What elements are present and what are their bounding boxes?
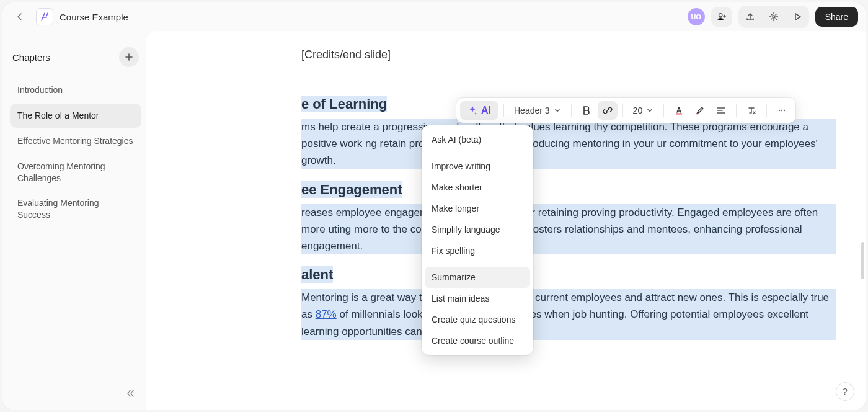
chevron-left-icon	[15, 12, 25, 22]
font-size-select[interactable]: 20	[628, 101, 659, 120]
section-heading[interactable]: ee Engagement	[301, 181, 402, 198]
bold-icon	[582, 105, 591, 115]
chapter-item[interactable]: The Role of a Mentor	[10, 104, 141, 128]
text-color-button[interactable]	[669, 101, 689, 120]
sidebar-header: Chapters	[10, 38, 141, 78]
toolbar-separator	[503, 104, 504, 117]
ai-menu-item[interactable]: Improve writing	[422, 156, 533, 177]
invite-user-button[interactable]	[711, 7, 732, 27]
document-title[interactable]: Course Example	[60, 12, 128, 22]
ai-button-label: AI	[481, 105, 491, 116]
clear-format-icon	[746, 105, 756, 115]
user-plus-icon	[716, 11, 727, 22]
app-window: Course Example UO Share	[2, 2, 866, 410]
highlight-button[interactable]	[690, 101, 710, 120]
svg-point-4	[781, 110, 782, 111]
svg-point-5	[784, 110, 785, 111]
text-toolbar: AI Header 3 20	[456, 98, 795, 123]
ellipsis-icon	[777, 105, 787, 115]
ai-menu-item[interactable]: Create quiz questions	[422, 309, 533, 330]
dropdown-separator	[422, 264, 533, 264]
link-button[interactable]	[598, 101, 618, 120]
sidebar-title: Chapters	[12, 52, 50, 63]
collapse-sidebar-button[interactable]	[122, 385, 139, 402]
dropdown-separator	[422, 153, 533, 153]
toolbar-separator	[622, 104, 623, 117]
document-type-icon	[36, 8, 53, 25]
ai-menu-item[interactable]: Fix spelling	[422, 240, 533, 261]
body: Chapters Introduction The Role of a Ment…	[2, 31, 866, 410]
top-bar: Course Example UO Share	[2, 2, 866, 31]
top-bar-left: Course Example	[10, 7, 128, 27]
section-paragraph-wrap: reases employee engagement, which is cru…	[301, 204, 836, 255]
toolbar-separator	[766, 104, 767, 117]
ai-menu-ask[interactable]: Ask AI (beta)	[422, 129, 533, 150]
chapter-item[interactable]: Effective Mentoring Strategies	[10, 129, 141, 153]
chevron-down-icon	[646, 107, 653, 114]
chapter-item[interactable]: Evaluating Mentoring Success	[10, 191, 141, 227]
chapter-item[interactable]: Overcoming Mentoring Challenges	[10, 154, 141, 190]
ai-menu-item[interactable]: Simplify language	[422, 219, 533, 240]
export-button[interactable]	[740, 7, 761, 27]
toolbar-icon-group	[738, 6, 809, 28]
sidebar: Chapters Introduction The Role of a Ment…	[2, 31, 146, 410]
svg-point-0	[719, 14, 722, 17]
back-button[interactable]	[10, 7, 30, 27]
section-paragraph-wrap: ms help create a progressive work cultur…	[301, 119, 836, 169]
plus-icon	[124, 52, 134, 62]
credits-label[interactable]: [Credits/end slide]	[301, 48, 836, 61]
settings-button[interactable]	[763, 7, 784, 27]
section-paragraph[interactable]: ms help create a progressive work cultur…	[301, 121, 818, 166]
content-inner: [Credits/end slide] e of Learning ms hel…	[301, 48, 836, 340]
ai-dropdown: Ask AI (beta) Improve writing Make short…	[422, 125, 533, 355]
percentage-link[interactable]: 87%	[316, 308, 337, 320]
svg-point-1	[773, 16, 775, 18]
link-icon	[603, 105, 613, 115]
section-heading-wrap: ee Engagement	[301, 182, 836, 198]
ai-button[interactable]: AI	[460, 101, 498, 120]
ai-menu-item[interactable]: Summarize	[425, 267, 530, 288]
gear-icon	[769, 12, 779, 22]
user-avatar[interactable]: UO	[688, 8, 705, 25]
ai-menu-item[interactable]: List main ideas	[422, 288, 533, 309]
svg-rect-2	[676, 114, 682, 115]
clear-format-button[interactable]	[742, 101, 761, 120]
highlighter-icon	[695, 105, 705, 115]
svg-point-3	[779, 110, 780, 111]
toolbar-separator	[736, 104, 737, 117]
font-size-label: 20	[633, 105, 643, 115]
chapter-list: Introduction The Role of a Mentor Effect…	[10, 78, 141, 227]
more-button[interactable]	[772, 101, 792, 120]
share-button[interactable]: Share	[815, 7, 858, 27]
bold-button[interactable]	[577, 101, 596, 120]
toolbar-separator	[663, 104, 664, 117]
chevron-down-icon	[554, 107, 561, 114]
help-button[interactable]: ?	[836, 382, 854, 401]
align-left-icon	[716, 105, 726, 115]
section-heading[interactable]: alent	[301, 266, 333, 283]
text-color-icon	[674, 105, 684, 115]
section-paragraph[interactable]: Mentoring is a great way to share knowle…	[301, 292, 829, 337]
section-paragraph[interactable]: reases employee engagement, which is cru…	[301, 207, 818, 252]
add-chapter-button[interactable]	[119, 47, 139, 67]
ai-menu-item[interactable]: Make shorter	[422, 177, 533, 198]
upload-icon	[745, 12, 755, 22]
ai-menu-item[interactable]: Create course outline	[422, 330, 533, 351]
sparkle-icon	[467, 105, 477, 115]
editor-area: [Credits/end slide] e of Learning ms hel…	[146, 31, 866, 410]
section-heading[interactable]: e of Learning	[301, 96, 387, 112]
heading-select-label: Header 3	[514, 105, 550, 115]
top-bar-right: UO Share	[688, 6, 858, 28]
play-icon	[792, 12, 802, 22]
heading-select[interactable]: Header 3	[509, 101, 566, 120]
toolbar-separator	[571, 104, 572, 117]
chevrons-left-icon	[125, 388, 135, 398]
text-document-icon	[40, 12, 50, 22]
align-button[interactable]	[711, 101, 731, 120]
ai-menu-item[interactable]: Make longer	[422, 198, 533, 219]
preview-button[interactable]	[787, 7, 808, 27]
chapter-item[interactable]: Introduction	[10, 78, 141, 102]
scrollbar-thumb[interactable]	[861, 242, 864, 279]
section-heading-wrap: alent	[301, 267, 836, 283]
section-paragraph-wrap: Mentoring is a great way to share knowle…	[301, 289, 836, 340]
